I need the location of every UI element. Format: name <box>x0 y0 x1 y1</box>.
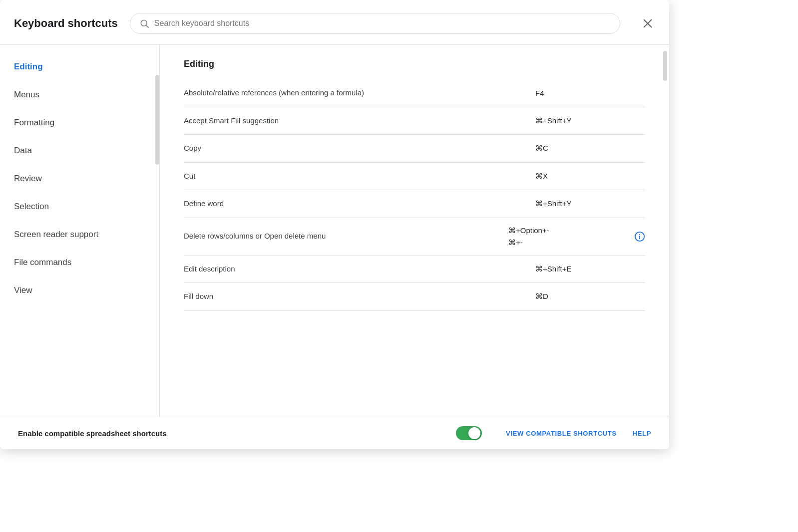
shortcuts-list: Absolute/relative references (when enter… <box>184 79 645 311</box>
shortcut-key: ⌘+Shift+Y <box>535 199 572 208</box>
shortcut-keys: ⌘+Shift+Y <box>535 199 645 208</box>
shortcut-description: Cut <box>184 171 523 182</box>
shortcut-keys: ⌘+Shift+Y <box>535 116 645 125</box>
body: EditingMenusFormattingDataReviewSelectio… <box>0 45 669 417</box>
sidebar-item-file-commands[interactable]: File commands <box>0 249 159 276</box>
toggle-label: Enable compatible spreadsheet shortcuts <box>18 429 444 438</box>
shortcut-row: Accept Smart Fill suggestion⌘+Shift+Y <box>184 107 645 135</box>
sidebar-item-view[interactable]: View <box>0 276 159 304</box>
shortcut-row: Copy⌘C <box>184 135 645 163</box>
shortcut-row: Cut⌘X <box>184 163 645 191</box>
shortcut-row: Fill down⌘D <box>184 283 645 311</box>
shortcut-key: F4 <box>535 89 544 97</box>
dialog-title: Keyboard shortcuts <box>14 17 118 30</box>
shortcut-keys: ⌘D <box>535 292 645 301</box>
shortcut-description: Fill down <box>184 291 523 302</box>
shortcut-keys: ⌘C <box>535 144 645 153</box>
compatible-shortcuts-toggle[interactable] <box>456 426 482 440</box>
footer: Enable compatible spreadsheet shortcuts … <box>0 417 669 449</box>
shortcut-description: Delete rows/columns or Open delete menu <box>184 231 496 242</box>
sidebar: EditingMenusFormattingDataReviewSelectio… <box>0 45 160 417</box>
shortcut-key: ⌘X <box>535 172 548 181</box>
sidebar-item-review[interactable]: Review <box>0 165 159 193</box>
shortcut-key: ⌘+Shift+Y <box>535 116 572 125</box>
shortcut-row: Delete rows/columns or Open delete menu⌘… <box>184 218 645 256</box>
svg-line-1 <box>146 25 149 27</box>
toggle-wrapper <box>456 426 482 440</box>
sidebar-item-editing[interactable]: Editing <box>0 53 159 81</box>
section-title: Editing <box>184 59 645 69</box>
close-button[interactable] <box>640 16 655 31</box>
sidebar-item-screen-reader[interactable]: Screen reader support <box>0 221 159 249</box>
shortcut-keys: ⌘+Shift+E <box>535 265 645 273</box>
sidebar-item-selection[interactable]: Selection <box>0 193 159 221</box>
shortcut-row: Absolute/relative references (when enter… <box>184 79 645 107</box>
shortcut-description: Accept Smart Fill suggestion <box>184 115 523 127</box>
shortcut-key: ⌘D <box>535 292 548 301</box>
sidebar-item-formatting[interactable]: Formatting <box>0 109 159 137</box>
shortcut-keys: F4 <box>535 89 645 97</box>
shortcut-key: ⌘C <box>535 144 548 153</box>
main-content: Editing Absolute/relative references (wh… <box>160 45 669 417</box>
help-button[interactable]: HELP <box>633 430 651 437</box>
shortcut-keys: ⌘+Option+-⌘+- <box>508 226 618 247</box>
shortcut-keys: ⌘X <box>535 172 645 181</box>
sidebar-item-data[interactable]: Data <box>0 137 159 165</box>
shortcut-key: ⌘+- <box>508 238 523 247</box>
shortcut-row: Edit description⌘+Shift+E <box>184 256 645 283</box>
toggle-thumb <box>468 427 480 439</box>
shortcut-row: Define word⌘+Shift+Y <box>184 190 645 218</box>
search-icon <box>139 18 149 28</box>
shortcut-description: Define word <box>184 198 523 210</box>
header: Keyboard shortcuts <box>0 0 669 45</box>
shortcut-description: Edit description <box>184 264 523 275</box>
footer-actions: VIEW COMPATIBLE SHORTCUTS HELP <box>506 430 651 437</box>
main-scrollbar <box>663 51 667 81</box>
shortcut-description: Absolute/relative references (when enter… <box>184 87 523 99</box>
search-input[interactable] <box>154 19 611 28</box>
shortcut-description: Copy <box>184 143 523 154</box>
info-icon[interactable] <box>634 231 645 242</box>
search-bar <box>130 13 620 34</box>
sidebar-scrollbar <box>155 75 159 165</box>
shortcut-key: ⌘+Option+- <box>508 226 549 235</box>
shortcut-key: ⌘+Shift+E <box>535 265 572 273</box>
sidebar-item-menus[interactable]: Menus <box>0 81 159 109</box>
view-compatible-shortcuts-button[interactable]: VIEW COMPATIBLE SHORTCUTS <box>506 430 617 437</box>
